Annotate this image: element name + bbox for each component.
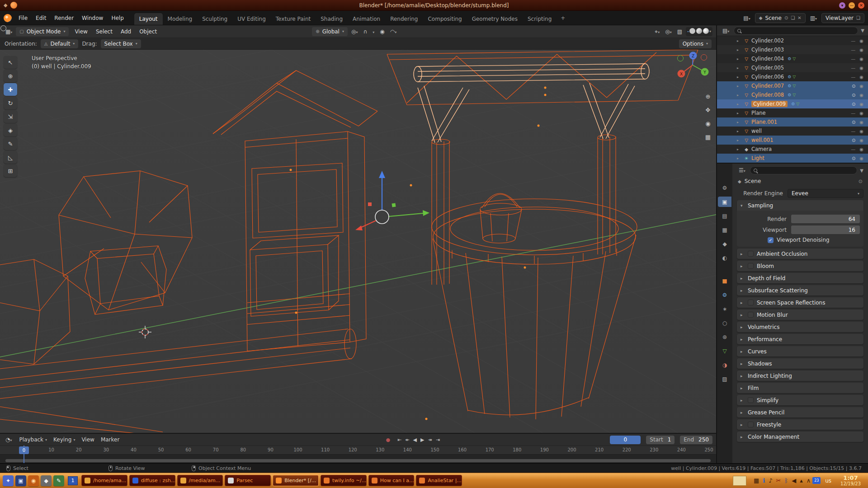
outliner-search-input[interactable] — [734, 27, 858, 35]
xray-toggle[interactable]: ▧ — [675, 28, 684, 36]
checkbox[interactable] — [748, 397, 754, 403]
menu-file[interactable]: File — [14, 13, 32, 23]
disclosure-triangle-icon[interactable]: ▸ — [737, 156, 741, 160]
camera-view-icon[interactable]: ◉ — [705, 120, 711, 127]
section-grease-pencil[interactable]: ▸Grease Pencil — [737, 407, 863, 418]
taskbar-window-button[interactable]: /home/ama... — [81, 475, 127, 486]
volume-tray-icon[interactable]: ◀ — [792, 477, 796, 484]
outliner-row[interactable]: ▸◆Camera—◉ — [717, 145, 868, 154]
unlink-scene-icon[interactable]: ✕ — [797, 15, 801, 20]
visibility-eye-icon[interactable]: — — [851, 147, 855, 152]
frame-end-field[interactable]: End 250 — [680, 436, 712, 444]
render-properties-tab[interactable]: ▣ — [718, 197, 731, 207]
show-gizmo-dropdown[interactable]: ⌖▾ — [653, 28, 661, 36]
visibility-eye-icon[interactable]: ⊙ — [852, 102, 855, 107]
taskbar-window-button[interactable]: AnalieStar |... — [416, 475, 462, 486]
outliner-row[interactable]: ▸▽Cylinder.008⚙▽⊙◉ — [717, 90, 868, 99]
render-visibility-icon[interactable]: ◉ — [859, 147, 863, 152]
disclosure-triangle-icon[interactable]: ▸ — [737, 84, 741, 88]
rotate-tool[interactable]: ↻ — [4, 97, 17, 109]
gizmo-plane-handle[interactable] — [368, 202, 372, 206]
workspace-indicator[interactable]: 1 — [68, 476, 78, 485]
render-visibility-icon[interactable]: ◉ — [859, 66, 863, 70]
rock-wireframes[interactable] — [0, 171, 192, 364]
viewport-menu-object[interactable]: Object — [135, 27, 161, 37]
menu-help[interactable]: Help — [107, 13, 127, 23]
options-dropdown[interactable]: Options ▾ — [679, 39, 712, 48]
screen-layout-icon[interactable]: ▤▾ — [741, 14, 752, 22]
workspace-tab-animation[interactable]: Animation — [348, 13, 385, 25]
pivot-point-dropdown[interactable]: ◎▾ — [349, 28, 360, 36]
filter-icon[interactable]: ▼ — [860, 168, 863, 173]
workspace-tab-shading[interactable]: Shading — [316, 13, 348, 25]
timeline-scrollbar[interactable] — [5, 459, 711, 462]
viewport-menu-add[interactable]: Add — [117, 27, 135, 37]
visibility-eye-icon[interactable]: ⊙ — [852, 120, 855, 125]
view-layer-properties-tab[interactable]: ▦ — [718, 225, 731, 235]
move-gizmo[interactable] — [355, 171, 429, 230]
checkbox[interactable] — [748, 312, 754, 318]
gizmo-neg-x-ball[interactable] — [701, 55, 707, 61]
object-properties-tab[interactable]: ■ — [718, 276, 731, 286]
visibility-eye-icon[interactable]: ⊙ — [852, 156, 855, 161]
orthographic-grid-icon[interactable]: ▦ — [705, 134, 711, 141]
particles-properties-tab[interactable]: ∗ — [718, 304, 731, 314]
auto-keying-button[interactable]: ● — [386, 437, 391, 443]
timeline-menu-keying[interactable]: Keying▾ — [53, 436, 75, 443]
gizmo-center-ring[interactable] — [375, 210, 389, 224]
viewlayer-selector[interactable]: ViewLayer ❏ — [821, 13, 864, 23]
info-tray-icon[interactable]: ℹ — [763, 477, 765, 484]
play-reverse-button[interactable]: ◀ — [411, 437, 418, 443]
bluetooth-tray-icon[interactable]: ᛒ — [784, 477, 788, 484]
section-volumetrics[interactable]: ▸Volumetrics — [737, 322, 863, 332]
transform-orientation-dropdown[interactable]: ⊕ Global ▾ — [312, 27, 348, 36]
outliner-row[interactable]: ▸▽Plane.001⊙◉ — [717, 117, 868, 127]
navigation-gizmo[interactable]: Z Y X — [678, 52, 709, 78]
clock-widget[interactable]: 1:07 12/19/23 — [840, 475, 861, 487]
timeline-menu-playback[interactable]: Playback▾ — [19, 436, 47, 443]
visibility-eye-icon[interactable]: ⊙ — [852, 84, 855, 89]
section-simplify[interactable]: ▸Simplify — [737, 395, 863, 405]
viewport-menu-select[interactable]: Select — [92, 27, 117, 37]
section-indirect-lighting[interactable]: ▸Indirect Lighting — [737, 371, 863, 381]
outliner-row[interactable]: ▸☀Light⊙◉ — [717, 154, 868, 163]
menu-window[interactable]: Window — [78, 13, 107, 23]
workspace-tab-layout[interactable]: Layout — [134, 13, 163, 25]
gizmo-plane-handle[interactable] — [392, 203, 396, 207]
render-visibility-icon[interactable]: ◉ — [859, 84, 863, 89]
outliner-row[interactable]: ▸▽Cylinder.009⚙▽⊙◉ — [717, 99, 868, 108]
disclosure-triangle-icon[interactable]: ▸ — [737, 57, 741, 61]
section-curves[interactable]: ▸Curves — [737, 346, 863, 357]
outliner-row[interactable]: ▸▽Cylinder.003—◉ — [717, 45, 868, 54]
checkbox[interactable] — [748, 251, 754, 257]
network-tray-icon[interactable]: ▴ — [800, 477, 803, 484]
section-motion-blur[interactable]: ▸Motion Blur — [737, 310, 863, 320]
outliner-display-mode-icon[interactable]: ▤▾ — [721, 27, 731, 35]
solid-shading-button[interactable] — [689, 28, 696, 35]
pan-hand-icon[interactable]: ✥ — [705, 107, 711, 113]
render-visibility-icon[interactable]: ◉ — [859, 111, 863, 116]
taskbar-window-button[interactable]: diffuse : zsh... — [129, 475, 175, 486]
gizmo-neg-y-ball[interactable] — [678, 56, 684, 61]
checkbox[interactable] — [748, 422, 754, 427]
text-editor-icon[interactable]: ✎ — [53, 475, 64, 486]
render-visibility-icon[interactable]: ◉ — [859, 102, 863, 107]
rendered-shading-button[interactable] — [703, 28, 709, 35]
render-samples-field[interactable]: 64 — [791, 215, 860, 223]
add-cube-tool[interactable]: ⊞ — [4, 164, 17, 177]
section-shadows[interactable]: ▸Shadows — [737, 358, 863, 369]
pin-icon[interactable]: ⊙ — [784, 15, 788, 20]
properties-editor-icon[interactable]: ☰▾ — [737, 166, 747, 174]
move-tool[interactable]: ✚ — [4, 83, 17, 96]
display-tray-icon[interactable]: ▦ — [754, 477, 759, 484]
workspace-tab-scripting[interactable]: Scripting — [523, 13, 557, 25]
new-viewlayer-icon[interactable]: ❏ — [856, 15, 860, 20]
outliner-row[interactable]: ▸▽well—◉ — [717, 127, 868, 136]
outliner-row[interactable]: ▸▽Cylinder.002—◉ — [717, 36, 868, 45]
section-freestyle[interactable]: ▸Freestyle — [737, 419, 863, 430]
window-menu-icon[interactable]: ◆ — [4, 2, 7, 8]
overlays-dropdown[interactable]: ◎▾ — [663, 28, 674, 36]
render-visibility-icon[interactable]: ◉ — [859, 56, 863, 61]
menu-render[interactable]: Render — [50, 13, 78, 23]
taskbar-window-button[interactable]: How can I a... — [368, 475, 415, 486]
